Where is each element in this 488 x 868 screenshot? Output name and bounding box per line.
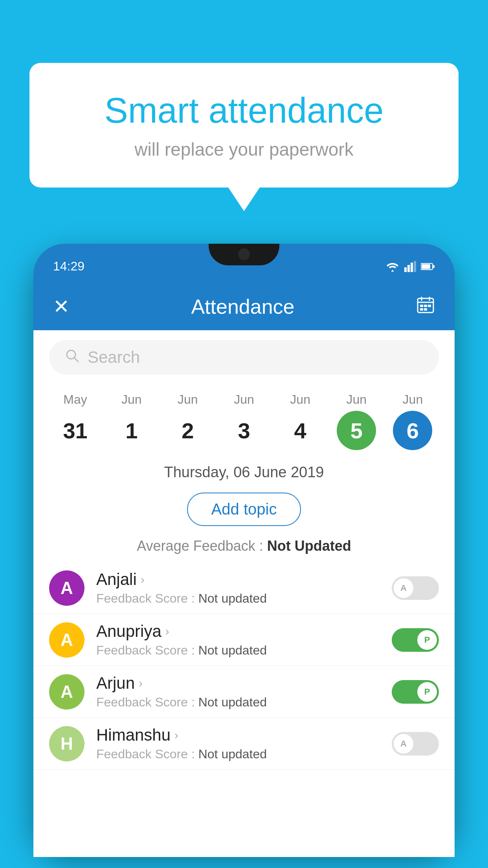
selected-date: Thursday, 06 June 2019 [33, 458, 455, 487]
attendance-toggle[interactable]: P [392, 628, 439, 652]
student-info[interactable]: Arjun ›Feedback Score : Not updated [96, 674, 380, 710]
average-feedback: Average Feedback : Not Updated [33, 534, 455, 562]
calendar-day[interactable]: Jun5 [330, 392, 383, 450]
svg-line-17 [74, 358, 78, 362]
student-name: Himanshu › [96, 726, 380, 745]
student-list-item: HHimanshu ›Feedback Score : Not updatedA [33, 718, 455, 770]
cal-date-number: 2 [168, 411, 207, 450]
student-avatar: A [49, 674, 84, 710]
phone-frame: 14:29 [33, 244, 455, 849]
student-feedback: Feedback Score : Not updated [96, 695, 380, 710]
svg-rect-13 [428, 305, 431, 307]
signal-icon [404, 261, 416, 272]
student-name: Anupriya › [96, 622, 380, 641]
student-feedback: Feedback Score : Not updated [96, 643, 380, 658]
student-info[interactable]: Anjali ›Feedback Score : Not updated [96, 570, 380, 606]
search-icon [65, 348, 80, 367]
feedback-label: Feedback Score : [96, 695, 198, 709]
speech-bubble: Smart attendance will replace your paper… [29, 63, 459, 188]
app-title: Attendance [191, 295, 294, 318]
avg-feedback-label: Average Feedback : [137, 538, 267, 554]
battery-icon [421, 263, 435, 270]
svg-rect-14 [420, 308, 423, 311]
calendar-day[interactable]: Jun4 [274, 392, 327, 450]
chevron-right-icon: › [174, 728, 178, 742]
svg-rect-2 [411, 263, 413, 272]
feedback-label: Feedback Score : [96, 591, 198, 605]
screen-content: Search May31Jun1Jun2Jun3Jun4Jun5Jun6 Thu… [33, 330, 455, 857]
student-name: Arjun › [96, 674, 380, 693]
wifi-icon [385, 261, 400, 272]
student-avatar: A [49, 570, 84, 606]
toggle-knob: A [394, 734, 413, 754]
student-feedback: Feedback Score : Not updated [96, 591, 380, 606]
cal-month-label: Jun [290, 392, 310, 407]
student-avatar: A [49, 622, 84, 658]
status-bar: 14:29 [33, 244, 455, 283]
student-list: AAnjali ›Feedback Score : Not updatedAAA… [33, 562, 455, 770]
chevron-right-icon: › [141, 573, 145, 586]
close-button[interactable]: ✕ [53, 295, 70, 318]
cal-date-number: 6 [393, 411, 432, 450]
cal-month-label: Jun [234, 392, 254, 407]
calendar-day[interactable]: Jun2 [161, 392, 214, 450]
feedback-label: Feedback Score : [96, 643, 198, 657]
feedback-value: Not updated [198, 695, 267, 709]
cal-date-number: 3 [224, 411, 264, 450]
cal-month-label: Jun [403, 392, 423, 407]
attendance-toggle[interactable]: A [392, 732, 439, 756]
phone-notch [209, 244, 279, 265]
calendar-icon[interactable] [416, 295, 435, 318]
bubble-title: Smart attendance [61, 90, 427, 131]
student-info[interactable]: Anupriya ›Feedback Score : Not updated [96, 622, 380, 658]
bubble-arrow [228, 188, 260, 211]
calendar-day[interactable]: Jun1 [105, 392, 158, 450]
student-list-item: AAnupriya ›Feedback Score : Not updatedP [33, 614, 455, 666]
chevron-right-icon: › [139, 677, 143, 690]
student-list-item: AAnjali ›Feedback Score : Not updatedA [33, 562, 455, 614]
svg-rect-5 [422, 264, 430, 269]
cal-month-label: May [63, 392, 87, 407]
attendance-toggle[interactable]: P [392, 680, 439, 704]
bubble-subtitle: will replace your paperwork [61, 139, 427, 160]
svg-rect-1 [407, 265, 410, 272]
cal-month-label: Jun [346, 392, 367, 407]
student-name: Anjali › [96, 570, 380, 589]
speech-bubble-section: Smart attendance will replace your paper… [29, 63, 459, 211]
search-bar[interactable]: Search [49, 340, 439, 375]
student-info[interactable]: Himanshu ›Feedback Score : Not updated [96, 726, 380, 761]
calendar-day[interactable]: Jun6 [387, 392, 439, 450]
status-time: 14:29 [53, 259, 84, 274]
add-topic-container: Add topic [33, 487, 455, 534]
cal-date-number: 31 [56, 411, 95, 450]
add-topic-button[interactable]: Add topic [187, 493, 301, 526]
chevron-right-icon: › [165, 625, 169, 638]
student-list-item: AArjun ›Feedback Score : Not updatedP [33, 666, 455, 718]
svg-rect-6 [433, 265, 435, 268]
search-input[interactable]: Search [88, 348, 140, 367]
student-avatar: H [49, 726, 84, 761]
toggle-knob: P [417, 682, 437, 702]
toggle-knob: A [394, 578, 413, 598]
calendar-strip: May31Jun1Jun2Jun3Jun4Jun5Jun6 [33, 384, 455, 458]
cal-month-label: Jun [121, 392, 142, 407]
cal-date-number: 4 [281, 411, 320, 450]
svg-rect-15 [424, 308, 427, 311]
attendance-toggle[interactable]: A [392, 576, 439, 600]
cal-date-number: 5 [337, 411, 376, 450]
calendar-day[interactable]: Jun3 [218, 392, 270, 450]
app-header: ✕ Attendance [33, 283, 455, 330]
svg-rect-12 [424, 305, 427, 307]
toggle-knob: P [417, 630, 437, 650]
cal-month-label: Jun [178, 392, 198, 407]
svg-rect-0 [404, 267, 407, 272]
svg-rect-11 [420, 305, 423, 307]
calendar-day[interactable]: May31 [49, 392, 101, 450]
avg-feedback-value: Not Updated [267, 538, 351, 554]
student-feedback: Feedback Score : Not updated [96, 747, 380, 761]
search-container: Search [33, 330, 455, 384]
feedback-value: Not updated [198, 591, 267, 605]
phone-container: 14:29 [33, 244, 455, 868]
svg-rect-3 [414, 261, 416, 272]
feedback-value: Not updated [198, 643, 267, 657]
